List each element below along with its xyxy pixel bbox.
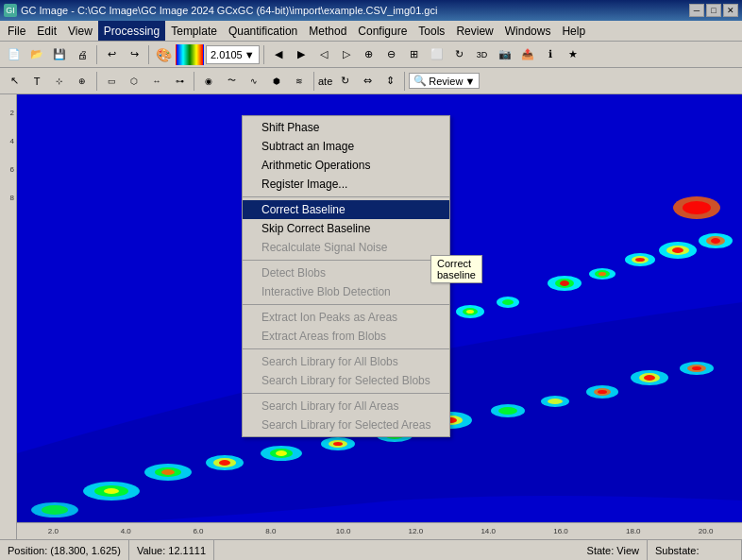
svg-point-60 [644, 375, 655, 381]
menu-extract-ion-peaks: Extract Ion Peaks as Areas [243, 308, 449, 327]
redo-button[interactable]: ↪ [124, 44, 144, 65]
menu-recalculate-signal: Recalculate Signal Noise [243, 238, 449, 257]
region2-btn[interactable]: ⬡ [124, 71, 144, 92]
new-button[interactable]: 📄 [4, 44, 25, 65]
ruler-tick-12: 12.0 [379, 527, 452, 535]
wave3-btn[interactable]: ≋ [289, 71, 310, 92]
menu-quantification[interactable]: Quantification [223, 21, 303, 41]
camera-btn[interactable]: 📷 [495, 44, 515, 65]
wave2-btn[interactable]: ∿ [244, 71, 264, 92]
menu-correct-baseline[interactable]: Correct Baseline [243, 200, 449, 219]
titlebar-title: GC Image - C:\GC Image\GC Image 2024 GCx… [21, 5, 437, 16]
ruler-mark-4: 4 [0, 127, 16, 155]
status-state: State: View [580, 540, 648, 560]
menu-view[interactable]: View [62, 21, 98, 41]
ruler-mark-6: 6 [0, 155, 16, 183]
ruler-tick-2: 2.0 [17, 527, 90, 535]
menu-processing[interactable]: Processing [98, 21, 165, 41]
rotate2-btn[interactable]: ↻ [334, 71, 355, 92]
sep-4 [243, 348, 449, 349]
sep2 [148, 45, 149, 64]
status-value: Value: 12.1111 [129, 540, 214, 560]
svg-point-17 [683, 201, 711, 214]
node-btn[interactable]: ⊹ [49, 71, 70, 92]
menu-configure[interactable]: Configure [352, 21, 413, 41]
review-arrow[interactable]: ▼ [464, 76, 475, 87]
review-dropdown[interactable]: 🔍 Review ▼ [409, 73, 480, 89]
zoom-dropdown[interactable]: 2.0105 ▼ [206, 45, 260, 64]
menu-windows[interactable]: Windows [499, 21, 557, 41]
select2-btn[interactable]: ◉ [198, 71, 219, 92]
menu-arithmetic-ops[interactable]: Arithmetic Operations [243, 156, 449, 175]
zoom-in[interactable]: ⊕ [359, 44, 379, 65]
svg-point-52 [498, 407, 517, 415]
menu-subtract-image[interactable]: Subtract an Image [243, 137, 449, 156]
ruler-tick-14: 14.0 [452, 527, 525, 535]
menu-register-image[interactable]: Register Image... [243, 175, 449, 194]
close-button[interactable]: ✕ [723, 4, 738, 17]
palette-btn[interactable] [176, 44, 204, 65]
zoom-dropdown-arrow[interactable]: ▼ [245, 49, 255, 60]
processing-dropdown: Shift Phase Subtract an Image Arithmetic… [242, 115, 450, 437]
export-btn[interactable]: 📤 [517, 44, 538, 65]
menu-tools[interactable]: Tools [413, 21, 450, 41]
menu-shift-phase[interactable]: Shift Phase [243, 118, 449, 137]
minimize-button[interactable]: ─ [689, 4, 704, 17]
sep-3 [243, 304, 449, 305]
color-palette[interactable]: 🎨 [153, 44, 174, 65]
region-btn[interactable]: ▭ [101, 71, 122, 92]
info-btn[interactable]: ℹ [540, 44, 561, 65]
measure2-btn[interactable]: ⊶ [169, 71, 190, 92]
app-icon: GI [4, 4, 17, 17]
toolbar2: ↖ T ⊹ ⊕ ▭ ⬡ ↔ ⊶ ◉ 〜 ∿ ⬢ ≋ ate ↻ ⇔ ⇕ 🔍 Re… [0, 68, 742, 94]
3d-btn[interactable]: 3D [472, 44, 493, 65]
menu-file[interactable]: File [2, 21, 31, 41]
ruler-tick-6: 6.0 [162, 527, 235, 535]
print-button[interactable]: 🖨 [72, 44, 93, 65]
menu-detect-blobs: Detect Blobs [243, 263, 449, 282]
menu-interactive-blob: Interactive Blob Detection [243, 282, 449, 301]
state-label: State: View [587, 545, 639, 556]
menu-search-library-all-blobs: Search Library for All Blobs [243, 352, 449, 371]
value-label: Value: [137, 545, 165, 556]
menu-method[interactable]: Method [303, 21, 352, 41]
svg-point-41 [276, 450, 287, 456]
menu-skip-correct-baseline[interactable]: Skip Correct Baseline [243, 219, 449, 238]
nav-next[interactable]: ▷ [336, 44, 357, 65]
maximize-button[interactable]: □ [706, 4, 721, 17]
nav-back[interactable]: ◀ [268, 44, 289, 65]
ruler-bottom: 2.0 4.0 6.0 8.0 10.0 12.0 14.0 16.0 18.0… [17, 522, 742, 539]
menu-search-library-selected-areas: Search Library for Selected Areas [243, 416, 449, 434]
undo-button[interactable]: ↩ [101, 44, 122, 65]
rotate-btn[interactable]: ↻ [449, 44, 470, 65]
text-btn[interactable]: T [26, 71, 47, 92]
node2-btn[interactable]: ⊕ [72, 71, 93, 92]
fit-btn[interactable]: ⊞ [404, 44, 425, 65]
ruler-mark-8: 8 [0, 183, 16, 212]
ruler-left: 2 4 6 8 [0, 94, 17, 539]
sep-5 [243, 393, 449, 394]
menu-popup: Shift Phase Subtract an Image Arithmetic… [242, 115, 450, 437]
measure-btn[interactable]: ↔ [146, 71, 167, 92]
svg-point-44 [333, 442, 343, 446]
blob-btn[interactable]: ⬢ [266, 71, 287, 92]
wave-btn[interactable]: 〜 [221, 71, 242, 92]
svg-point-9 [635, 258, 645, 262]
nav-fwd[interactable]: ▶ [291, 44, 312, 65]
menu-edit[interactable]: Edit [31, 21, 62, 41]
flip-btn[interactable]: ⇔ [357, 71, 378, 92]
zoom-out[interactable]: ⊖ [381, 44, 402, 65]
nav-prev[interactable]: ◁ [313, 44, 334, 65]
flip2-btn[interactable]: ⇕ [379, 71, 400, 92]
star-btn[interactable]: ★ [563, 44, 583, 65]
svg-point-65 [42, 505, 68, 515]
menu-help[interactable]: Help [556, 21, 591, 41]
menu-review[interactable]: Review [450, 21, 498, 41]
menu-template[interactable]: Template [165, 21, 223, 41]
open-button[interactable]: 📂 [26, 44, 47, 65]
statusbar: Position: (18.300, 1.625) Value: 12.1111… [0, 539, 742, 560]
tooltip-text: Correct baseline [437, 258, 476, 280]
cursor-btn[interactable]: ↖ [4, 71, 25, 92]
save-button[interactable]: 💾 [49, 44, 70, 65]
select-btn[interactable]: ⬜ [427, 44, 447, 65]
